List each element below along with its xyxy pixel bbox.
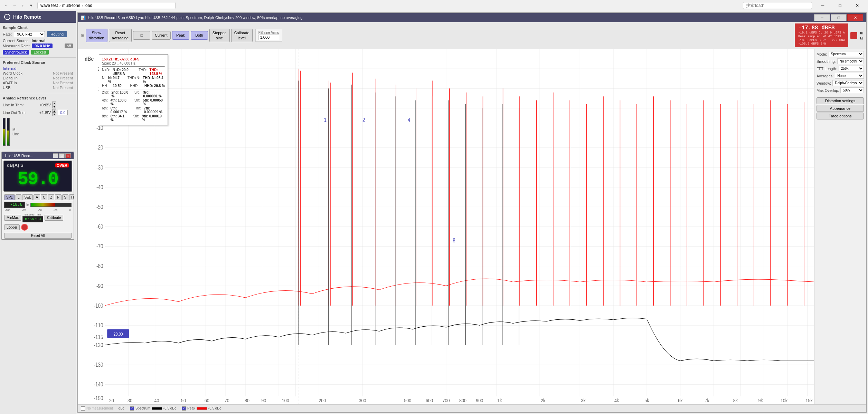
- averages-select[interactable]: None 2 4 8: [835, 73, 864, 79]
- svg-text:80: 80: [245, 398, 249, 403]
- address-bar[interactable]: wave test › multi-tone › load: [37, 2, 176, 9]
- reset-averaging-btn[interactable]: Reset averaging: [109, 29, 132, 42]
- record-btn[interactable]: [21, 224, 28, 231]
- fft-select[interactable]: 256k 128k 64k: [839, 66, 864, 71]
- routing-btn[interactable]: Routing: [47, 31, 67, 37]
- averages-label: Averages:: [817, 74, 833, 78]
- line-in-up-arrow[interactable]: ▲: [52, 102, 56, 105]
- level-meter-close[interactable]: ✕: [65, 153, 71, 158]
- digital-in-row: Digital In Not Present: [3, 76, 73, 80]
- up-btn[interactable]: ↑: [19, 2, 26, 9]
- spectrum-checkbox[interactable]: ✓: [130, 406, 134, 411]
- back-btn[interactable]: ←: [3, 2, 10, 9]
- spectrum-maximize[interactable]: □: [831, 14, 847, 21]
- c-btn[interactable]: C: [41, 194, 47, 200]
- tooltip-9th: 9th: 0.00019 %: [142, 114, 165, 122]
- minmax-btn[interactable]: MinMax: [4, 215, 21, 221]
- peak-checkbox[interactable]: ✓: [182, 406, 186, 411]
- right-panel: Mode: Spectrum Smoothing: No smoothing F…: [814, 49, 866, 404]
- no-measurement-item: No measurement: [81, 406, 113, 411]
- rate-select[interactable]: 96.0 kHz 44.1 kHz 48.0 kHz 88.2 kHz 192.…: [14, 31, 45, 37]
- spectrum-minimize[interactable]: ─: [814, 14, 830, 21]
- line-in-trim-value: +0dBV: [35, 103, 51, 107]
- minimize-btn[interactable]: ─: [815, 0, 831, 11]
- close-btn[interactable]: ✕: [849, 0, 865, 11]
- a-btn[interactable]: A: [34, 194, 40, 200]
- elapsed-value: 0:56:30: [22, 216, 43, 222]
- spectrum-graph-area[interactable]: 20 10 0 -10 -20 -30 -40 -50 -60 -70 -80 …: [78, 49, 814, 404]
- maximize-btn[interactable]: □: [832, 0, 848, 11]
- svg-text:-100: -100: [94, 303, 103, 309]
- trace-options-btn[interactable]: Trace options: [817, 113, 864, 119]
- both-btn[interactable]: Both: [191, 31, 208, 39]
- level-meter-minimize[interactable]: ─: [53, 153, 58, 158]
- l-btn[interactable]: L: [16, 194, 22, 200]
- search-input[interactable]: [743, 2, 812, 9]
- svg-text:5k: 5k: [644, 398, 649, 403]
- line-in-trim-arrows[interactable]: ▲ ▼: [52, 102, 56, 108]
- mode-select[interactable]: Spectrum: [829, 51, 864, 57]
- level-display[interactable]: -17.88 dBFS -19.1 dBFS C, 20.9 dBFS A Pe…: [795, 23, 848, 47]
- current-source-row: Current Source: Internal: [3, 39, 73, 43]
- recent-btn[interactable]: ▼: [28, 2, 35, 9]
- calibrate-bottom-btn[interactable]: Calibrate: [45, 215, 63, 221]
- distortion-settings-btn[interactable]: Distortion settings: [817, 97, 864, 104]
- tooltip-3rd: 3rd: 0.000091 %: [143, 90, 165, 98]
- line-in-down-arrow[interactable]: ▼: [52, 105, 56, 108]
- z-btn[interactable]: Z: [48, 194, 54, 200]
- logger-btn[interactable]: Logger: [4, 224, 20, 230]
- fs-sine-input[interactable]: [258, 35, 279, 40]
- adat-in-row: ADAT In Not Present: [3, 80, 73, 85]
- max-overlap-select[interactable]: 50% 75% 25%: [840, 87, 864, 93]
- level-sub1: -19.1 dBFS C, 20.9 dBFS A: [798, 31, 845, 35]
- level-bar-fill: [31, 203, 55, 206]
- elapsed-label: Elapsed Time: [25, 213, 41, 216]
- fs-sine-box: FS sine Vrms: [255, 29, 282, 42]
- adat-in-label: ADAT In: [3, 81, 17, 85]
- forward-btn[interactable]: →: [11, 2, 18, 9]
- overflow-indicator[interactable]: [850, 32, 857, 39]
- preferred-clock-label: Preferred Clock Source: [3, 60, 73, 65]
- svg-text:30: 30: [128, 398, 132, 403]
- line-out-trim-arrows[interactable]: ▲ ▼: [52, 109, 56, 116]
- svg-text:3k: 3k: [581, 398, 585, 403]
- svg-text:800: 800: [459, 398, 466, 403]
- show-distortion-btn[interactable]: Show distortion: [86, 29, 107, 42]
- no-measurement-checkbox[interactable]: [81, 406, 85, 411]
- window-label: Window:: [817, 81, 831, 85]
- f-btn[interactable]: F: [55, 194, 61, 200]
- line-out-trim-label: Line Out Trim:: [3, 110, 34, 115]
- peak-status-item: ✓ Peak -3.5 dBc: [182, 406, 221, 411]
- svg-text:60: 60: [205, 398, 209, 403]
- internal-source[interactable]: Internal: [3, 66, 17, 70]
- spectrum-title: Hilo USB Record 3 on ASIO Lynx Hilo USB …: [88, 16, 302, 20]
- adat-in-status: Not Present: [53, 81, 73, 85]
- current-btn[interactable]: Current: [152, 31, 171, 39]
- hp-btn[interactable]: HP: [69, 194, 74, 200]
- reset-icon-btn[interactable]: □: [133, 31, 150, 39]
- fs-sine-label: FS sine Vrms: [258, 31, 279, 35]
- fit-icon[interactable]: ⊡: [860, 36, 863, 40]
- level-meter-maximize[interactable]: □: [59, 153, 65, 158]
- spectrum-close[interactable]: ✕: [847, 14, 863, 21]
- calibrate-level-btn[interactable]: Calibrate level: [231, 29, 253, 42]
- sel-btn[interactable]: SEL: [22, 194, 33, 200]
- reset-all-btn[interactable]: Reset All: [4, 233, 72, 239]
- expand-icon[interactable]: ⊞: [860, 31, 863, 35]
- line-out-down-arrow[interactable]: ▼: [52, 113, 56, 116]
- svg-text:-80: -80: [96, 263, 103, 269]
- peak-value: -3.5 dBc: [208, 406, 221, 410]
- svg-text:4k: 4k: [614, 398, 619, 403]
- peak-btn[interactable]: Peak: [172, 31, 189, 39]
- current-source-label: Current Source:: [3, 39, 30, 43]
- tooltip-8th: 8th: 34.1 %: [111, 114, 128, 122]
- tooltip-hh-row: HH 10 50 HHD: HHD: 29.8 %: [102, 84, 165, 88]
- analog-ref-section: Analog Reference Level Line In Trim: +0d…: [0, 93, 76, 150]
- s-btn[interactable]: S: [62, 194, 69, 200]
- smoothing-select[interactable]: No smoothing: [837, 58, 864, 64]
- window-select[interactable]: Dolph-Chebyshev 200 Hanning Blackman-Har…: [832, 80, 864, 86]
- spl-btn[interactable]: SPL: [4, 194, 15, 200]
- appearance-btn[interactable]: Appearance: [817, 105, 864, 112]
- stepped-sine-btn[interactable]: Stepped sine: [209, 29, 230, 42]
- line-out-up-arrow[interactable]: ▲: [52, 109, 56, 113]
